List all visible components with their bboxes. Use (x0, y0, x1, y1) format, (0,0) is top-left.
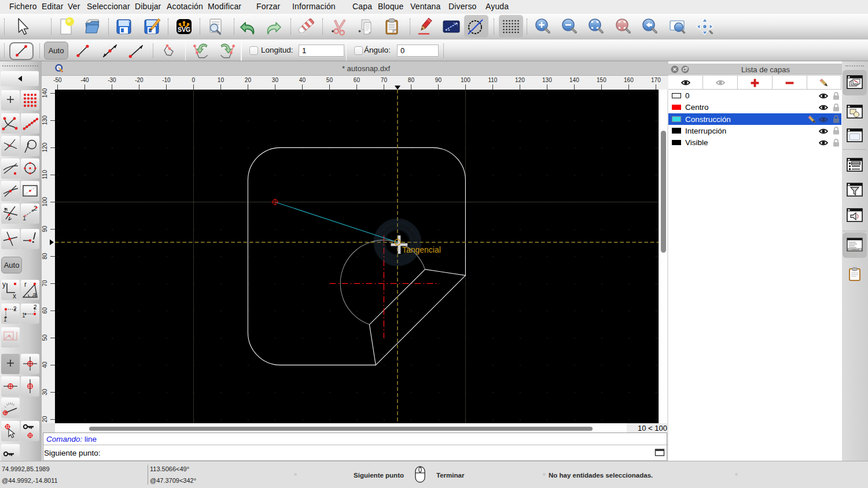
svg-text:SVG: SVG (178, 26, 190, 33)
svg-text:1: 1 (22, 312, 25, 319)
svg-text:x: x (13, 292, 16, 300)
svg-text:r: r (24, 280, 27, 289)
svg-text:Tangencial: Tangencial (402, 245, 441, 254)
svg-text:c command: c command (849, 249, 859, 251)
svg-text:y: y (2, 280, 6, 289)
svg-text:2: 2 (34, 304, 37, 310)
